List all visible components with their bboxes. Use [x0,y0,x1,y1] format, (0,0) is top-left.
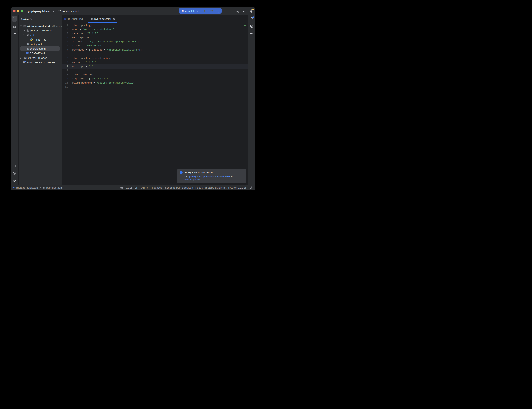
svg-text:M: M [64,18,66,20]
svg-text:[T]: [T] [28,48,29,50]
svg-text:M: M [26,52,28,54]
svg-text:[T]: [T] [44,187,45,189]
svg-text:[T]: [T] [92,19,93,20]
svg-text:[T]: [T] [28,44,29,45]
